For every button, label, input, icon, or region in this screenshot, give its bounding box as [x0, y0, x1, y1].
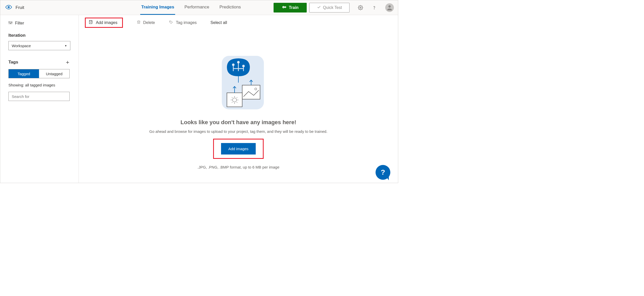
delete-button[interactable]: Delete	[137, 20, 155, 25]
svg-point-5	[285, 7, 286, 7]
delete-label: Delete	[143, 20, 155, 25]
trash-icon	[137, 20, 141, 25]
empty-text: Go ahead and browse for images to upload…	[149, 129, 328, 134]
empty-state: Looks like you don't have any images her…	[79, 30, 398, 183]
tab-training-images[interactable]: Training Images	[140, 0, 175, 15]
highlight-add-images: Add images	[85, 18, 123, 28]
tag-search-input[interactable]	[9, 92, 69, 101]
app-window: Fruit Training Images Performance Predic…	[0, 0, 398, 183]
select-all-button[interactable]: Select all	[211, 20, 227, 25]
project-title: Fruit	[16, 5, 24, 10]
settings-button[interactable]	[358, 5, 363, 10]
iteration-value: Workspace	[12, 44, 31, 48]
tag-images-label: Tag images	[176, 20, 197, 25]
svg-point-8	[388, 5, 391, 7]
empty-heading: Looks like you don't have any images her…	[181, 119, 296, 126]
filter-label: Filter	[15, 21, 24, 25]
eye-icon	[5, 4, 12, 11]
dropdown-triangle-icon: ▼	[65, 44, 67, 47]
filter-sidebar: Filter Iteration Workspace ▼ Tags ＋ Tagg…	[0, 15, 79, 183]
gears-icon	[282, 5, 287, 10]
tags-heading-row: Tags ＋	[8, 58, 70, 66]
empty-illustration	[213, 53, 264, 112]
tag-search-input-wrap	[8, 92, 70, 101]
train-label: Train	[289, 5, 299, 10]
add-images-cta-button[interactable]: Add images	[221, 143, 255, 155]
format-hint: .JPG, .PNG, .BMP format, up to 6 MB per …	[197, 165, 279, 169]
image-toolbar: Add images Delete Tag images Select all	[79, 15, 398, 30]
help-button[interactable]	[371, 5, 377, 10]
tag-icon	[169, 20, 173, 25]
showing-text: Showing: all tagged images	[8, 83, 70, 87]
add-tag-button[interactable]: ＋	[65, 58, 70, 66]
check-icon	[317, 5, 321, 10]
svg-point-4	[283, 7, 284, 7]
top-header: Fruit Training Images Performance Predic…	[0, 0, 398, 15]
user-avatar[interactable]	[385, 3, 394, 12]
quick-test-label: Quick Test	[323, 5, 342, 10]
main-content: Add images Delete Tag images Select all	[79, 15, 398, 183]
svg-point-7	[374, 9, 374, 9]
filter-heading: Filter	[8, 21, 70, 26]
project-title-wrap: Fruit	[5, 4, 24, 11]
svg-point-6	[360, 7, 361, 8]
svg-rect-27	[227, 93, 242, 107]
quick-test-button[interactable]: Quick Test	[309, 3, 350, 12]
svg-point-18	[170, 21, 170, 22]
sliders-icon	[8, 21, 12, 26]
tag-filter-segmented: Tagged Untagged	[8, 69, 70, 78]
train-button[interactable]: Train	[274, 3, 307, 12]
svg-point-13	[10, 23, 11, 24]
segment-untagged[interactable]: Untagged	[39, 69, 69, 78]
tab-predictions[interactable]: Predictions	[218, 0, 242, 15]
help-fab[interactable]: ?	[376, 165, 390, 180]
tag-images-button[interactable]: Tag images	[169, 20, 197, 25]
tab-performance[interactable]: Performance	[183, 0, 210, 15]
svg-rect-24	[242, 85, 260, 99]
add-image-icon	[88, 20, 93, 25]
tags-heading: Tags	[8, 60, 18, 65]
segment-tagged[interactable]: Tagged	[9, 69, 39, 78]
highlight-add-images-cta: Add images	[213, 139, 263, 159]
main-body: Filter Iteration Workspace ▼ Tags ＋ Tagg…	[0, 15, 398, 183]
svg-point-12	[9, 22, 9, 22]
svg-point-1	[8, 7, 9, 7]
main-tabs: Training Images Performance Predictions	[140, 0, 242, 15]
header-actions: Train Quick Test	[274, 3, 394, 12]
iteration-select[interactable]: Workspace ▼	[8, 41, 70, 50]
svg-point-14	[11, 22, 12, 23]
add-images-button[interactable]: Add images	[96, 20, 118, 25]
iteration-heading: Iteration	[8, 33, 70, 38]
